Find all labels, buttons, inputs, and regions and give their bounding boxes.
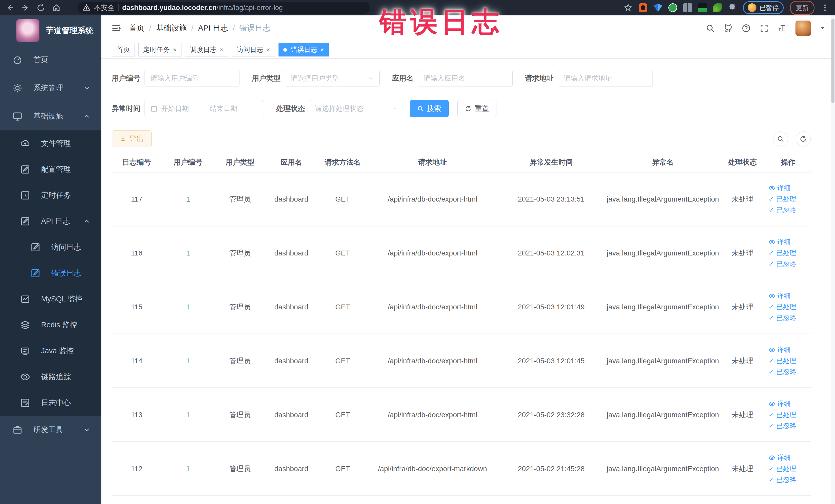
extension-icon-2[interactable]: [653, 3, 662, 12]
extension-icon-4[interactable]: [683, 3, 692, 12]
exception-time-range-picker[interactable]: 开始日期 - 结束日期: [144, 100, 264, 117]
mark-ignored-link[interactable]: ✓ 已忽略: [769, 260, 796, 268]
check-icon: ✓: [769, 368, 774, 376]
search-button[interactable]: 搜索: [410, 100, 449, 117]
mark-processed-link[interactable]: ✓ 已处理: [769, 248, 796, 258]
sidebar-item-dev-tools[interactable]: 研发工具: [0, 416, 101, 444]
sidebar-item-access-log[interactable]: 访问日志: [0, 234, 101, 260]
tag-access-log[interactable]: 访问日志 ×: [232, 43, 275, 57]
help-icon[interactable]: [741, 24, 751, 33]
page-scrollbar[interactable]: [831, 15, 835, 504]
sidebar-item-config-mgmt[interactable]: 配置管理: [0, 156, 101, 182]
breadcrumb-home[interactable]: 首页: [129, 23, 144, 33]
check-icon: ✓: [769, 476, 774, 484]
tag-scheduled-jobs[interactable]: 定时任务 ×: [138, 43, 182, 57]
detail-link[interactable]: 详细: [769, 184, 791, 193]
gear-icon: [12, 83, 23, 93]
bookmark-star-icon[interactable]: [624, 3, 632, 12]
reload-icon[interactable]: [37, 3, 45, 12]
sidebar-item-log-center[interactable]: 日志中心: [0, 390, 101, 416]
mark-processed-link[interactable]: ✓ 已处理: [769, 464, 796, 473]
scrollbar-thumb[interactable]: [831, 19, 834, 103]
font-size-icon[interactable]: [777, 24, 787, 33]
sidebar-item-redis-monitor[interactable]: Redis 监控: [0, 312, 101, 338]
mark-processed-link[interactable]: ✓ 已处理: [769, 356, 796, 365]
tag-error-log[interactable]: 错误日志 ×: [279, 43, 329, 57]
cloud-upload-icon: [20, 138, 30, 149]
breadcrumb: 首页 / 基础设施 / API 日志 / 错误日志: [129, 23, 270, 33]
extension-icon-3[interactable]: [668, 3, 677, 12]
request-url-field[interactable]: [558, 70, 653, 87]
sidebar-item-file-mgmt[interactable]: 文件管理: [0, 130, 101, 156]
reset-button[interactable]: 重置: [457, 100, 496, 117]
exception-time-cell: 2021-05-03 12:01:49: [497, 303, 606, 311]
breadcrumb-api-log[interactable]: API 日志: [198, 23, 228, 33]
extension-icon-1[interactable]: [639, 3, 647, 12]
sidebar-item-api-log[interactable]: API 日志: [0, 208, 101, 234]
sidebar-item-home[interactable]: 首页: [0, 46, 101, 74]
close-icon[interactable]: ×: [220, 47, 223, 53]
app-logo-row[interactable]: 芋道管理系统: [0, 15, 101, 46]
sidebar-collapse-icon[interactable]: [111, 23, 121, 33]
tag-schedule-log[interactable]: 调度日志 ×: [185, 43, 228, 57]
close-icon[interactable]: ×: [173, 47, 177, 53]
sidebar-item-error-log[interactable]: 错误日志: [0, 260, 101, 286]
check-icon: ✓: [769, 465, 774, 473]
forward-icon[interactable]: [21, 3, 30, 12]
sidebar-item-java-monitor[interactable]: Java 监控: [0, 338, 101, 364]
browser-menu-icon[interactable]: [821, 3, 829, 12]
exception-name-cell: java.lang.IllegalArgumentException: [606, 357, 720, 365]
tag-home[interactable]: 首页: [111, 43, 135, 57]
exception-time-cell: 2021-05-02 23:32:28: [497, 411, 606, 419]
github-icon[interactable]: [724, 24, 733, 33]
check-icon: ✓: [769, 314, 774, 322]
detail-link[interactable]: 详细: [769, 345, 791, 354]
mark-processed-link[interactable]: ✓ 已处理: [769, 410, 796, 419]
user-menu-caret-icon[interactable]: [820, 25, 825, 31]
profile-chip[interactable]: 已暂停: [743, 1, 784, 14]
user-id-field[interactable]: [144, 70, 240, 87]
search-icon[interactable]: [706, 24, 715, 33]
extension-icon-5[interactable]: [698, 3, 707, 12]
sidebar-item-scheduled-jobs[interactable]: 定时任务: [0, 182, 101, 208]
request-url-cell: /api/infra/db-doc/export-html: [368, 249, 497, 257]
sidebar-item-mysql-monitor[interactable]: MySQL 监控: [0, 286, 101, 312]
mark-processed-link[interactable]: ✓ 已处理: [769, 302, 796, 311]
user-avatar[interactable]: [795, 21, 811, 36]
update-button[interactable]: 更新: [790, 1, 814, 15]
mark-ignored-link[interactable]: ✓ 已忽略: [769, 367, 796, 377]
profile-avatar: [748, 3, 756, 12]
close-icon[interactable]: ×: [320, 47, 324, 53]
app-name-field[interactable]: [418, 70, 513, 87]
log-id-cell: 117: [111, 195, 162, 203]
mark-ignored-link[interactable]: ✓ 已忽略: [769, 421, 796, 430]
process-status-select[interactable]: [309, 100, 404, 117]
exception-name-cell: java.lang.IllegalArgumentException: [606, 411, 720, 419]
detail-link[interactable]: 详细: [769, 291, 791, 300]
breadcrumb-infra[interactable]: 基础设施: [156, 23, 187, 33]
detail-link[interactable]: 详细: [769, 399, 791, 408]
extension-icon-6[interactable]: [713, 3, 722, 12]
close-icon[interactable]: ×: [266, 47, 270, 53]
table-row: 113 1 管理员 dashboard GET /api/infra/db-do…: [111, 388, 811, 442]
home-icon[interactable]: [52, 3, 61, 12]
extensions-puzzle-icon[interactable]: [728, 3, 737, 12]
back-icon[interactable]: [6, 3, 14, 12]
search-toggle-button[interactable]: [773, 132, 788, 146]
sidebar-item-tracing[interactable]: 链路追踪: [0, 364, 101, 390]
fullscreen-icon[interactable]: [759, 24, 769, 33]
detail-link[interactable]: 详细: [769, 238, 791, 246]
security-warning-icon[interactable]: [83, 4, 90, 12]
app-name-cell: dashboard: [266, 249, 317, 257]
mark-processed-link[interactable]: ✓ 已处理: [769, 195, 796, 204]
user-type-select[interactable]: [285, 70, 380, 87]
export-button[interactable]: 导出: [111, 130, 152, 147]
mark-ignored-link[interactable]: ✓ 已忽略: [769, 206, 796, 215]
address-bar[interactable]: 不安全 dashboard.yudao.iocoder.cn/infra/log…: [78, 2, 370, 14]
detail-link[interactable]: 详细: [769, 453, 791, 462]
mark-ignored-link[interactable]: ✓ 已忽略: [769, 314, 796, 322]
sidebar-item-system[interactable]: 系统管理: [0, 74, 101, 102]
mark-ignored-link[interactable]: ✓ 已忽略: [769, 475, 796, 484]
refresh-button[interactable]: [796, 132, 811, 146]
sidebar-item-infra[interactable]: 基础设施: [0, 102, 101, 130]
